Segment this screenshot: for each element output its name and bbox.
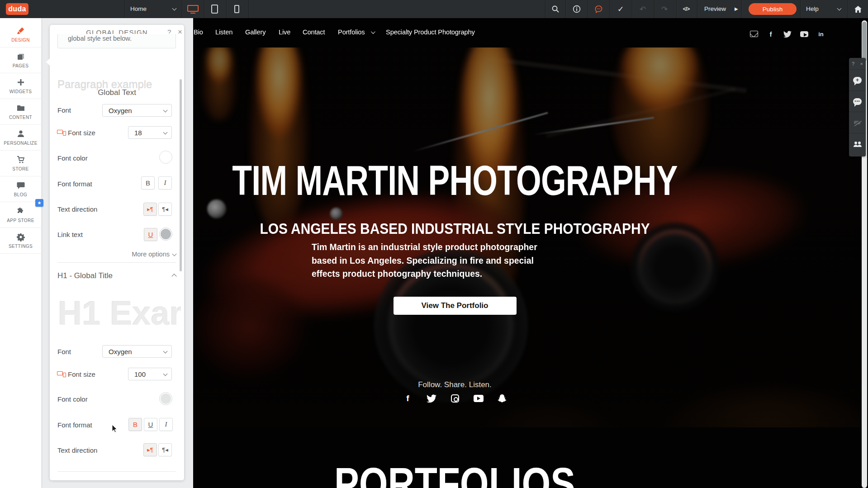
h1-font-size-select[interactable]: 100: [128, 368, 172, 380]
panel-scrollbar[interactable]: [180, 79, 182, 271]
h1-section-heading: H1 - Global Title: [57, 271, 113, 280]
site-nav-portfolios[interactable]: Portfolios: [338, 28, 365, 36]
sidebar-item-settings[interactable]: SETTINGS: [0, 228, 41, 254]
h1-bold-button[interactable]: B: [128, 418, 142, 431]
editor-topbar: duda Home ✓ ↶ ↷ </> Preview ▶: [0, 0, 868, 18]
youtube-icon[interactable]: [474, 393, 484, 403]
paragraph-example-preview: Paragraph example: [57, 78, 152, 91]
site-nav-gallery[interactable]: Gallery: [245, 28, 266, 36]
preview-button[interactable]: Preview: [704, 5, 726, 12]
comments-icon[interactable]: •••: [849, 91, 866, 112]
speech-bubble-icon: [16, 181, 25, 190]
h1-font-label: Font: [57, 348, 71, 355]
facebook-icon[interactable]: f: [767, 30, 775, 38]
h1-italic-button[interactable]: I: [159, 418, 173, 431]
h1-underline-button[interactable]: U: [144, 418, 157, 431]
h1-font-color-swatch[interactable]: [159, 392, 172, 405]
brush-icon: [16, 26, 25, 35]
linkedin-icon[interactable]: in: [817, 30, 825, 38]
italic-button[interactable]: I: [158, 176, 172, 190]
facebook-icon[interactable]: f: [403, 393, 413, 403]
comments-toolbar: ? × + •••: [849, 58, 866, 156]
duda-logo[interactable]: duda: [6, 3, 28, 15]
info-icon[interactable]: [570, 0, 583, 18]
hide-comments-icon[interactable]: [849, 112, 866, 133]
mobile-icon[interactable]: [234, 5, 239, 13]
sidebar-item-content[interactable]: CONTENT: [0, 99, 41, 125]
sidebar-item-blog[interactable]: BLOG: [0, 176, 41, 202]
font-color-label: Font color: [57, 154, 88, 162]
check-icon[interactable]: ✓: [614, 0, 627, 18]
hero-title: TIM MARTIN PHOTOGRAPHY: [137, 156, 773, 205]
star-icon: ★: [35, 199, 43, 207]
tablet-icon[interactable]: [211, 5, 218, 14]
site-nav-bio[interactable]: Bio: [194, 28, 203, 36]
h1-ltr-button[interactable]: ▸¶: [143, 443, 157, 456]
site-nav-live[interactable]: Live: [279, 28, 290, 36]
plus-icon: [16, 78, 25, 87]
rtl-button[interactable]: ¶◂: [158, 203, 172, 216]
ltr-button[interactable]: ▸¶: [143, 203, 157, 216]
sidebar-item-personalize[interactable]: PERSONALIZE: [0, 125, 41, 151]
email-icon[interactable]: [750, 30, 758, 38]
h1-font-size-label: Font size: [68, 370, 95, 378]
portfolios-heading: PORTFOLIOS: [116, 458, 793, 488]
duda-editor-screen: Bio Listen Gallery Live Contact Portfoli…: [0, 0, 868, 488]
chevron-up-icon[interactable]: [171, 274, 176, 279]
h1-font-select[interactable]: Oxygen: [102, 345, 172, 358]
chevron-down-icon: [163, 130, 168, 135]
h1-text-direction-label: Text direction: [57, 446, 97, 454]
site-nav-contact[interactable]: Contact: [303, 28, 325, 36]
chevron-down-icon: [163, 372, 168, 376]
font-select[interactable]: Oxygen: [102, 104, 172, 117]
global-design-panel: GLOBAL DESIGN ? × global style set below…: [50, 25, 184, 480]
twitter-icon[interactable]: [427, 393, 436, 403]
search-icon[interactable]: [549, 0, 562, 18]
font-label: Font: [57, 106, 71, 114]
view-portfolio-button[interactable]: View The Portfolio: [394, 297, 517, 315]
sidebar-item-widgets[interactable]: WIDGETS: [0, 73, 41, 99]
h1-font-format-label: Font format: [57, 421, 92, 429]
site-nav: Bio Listen Gallery Live Contact Portfoli…: [194, 28, 479, 36]
chevron-down-icon[interactable]: [172, 252, 177, 256]
collaborators-icon[interactable]: [849, 133, 866, 155]
toolbar-close-icon[interactable]: ×: [860, 61, 863, 66]
home-icon[interactable]: [851, 0, 865, 18]
publish-button[interactable]: Publish: [749, 3, 797, 15]
sidebar-item-design[interactable]: DESIGN: [0, 22, 41, 47]
close-icon[interactable]: ×: [178, 28, 182, 37]
responsive-devices-icon: [57, 129, 66, 136]
chevron-down-icon: [163, 108, 168, 113]
site-nav-listen[interactable]: Listen: [215, 28, 232, 36]
sidebar-item-pages[interactable]: PAGES: [0, 47, 41, 73]
undo-icon[interactable]: ↶: [636, 0, 650, 18]
bold-button[interactable]: B: [141, 176, 155, 190]
redo-icon[interactable]: ↷: [658, 0, 671, 18]
chevron-down-icon[interactable]: [837, 6, 842, 11]
sidebar-item-store[interactable]: STORE: [0, 151, 41, 176]
youtube-icon[interactable]: [800, 30, 808, 38]
link-color-swatch[interactable]: [159, 227, 172, 241]
sidebar-item-app-store[interactable]: APP STORE ★: [0, 202, 41, 228]
font-color-swatch[interactable]: [159, 151, 172, 164]
chevron-down-icon: [371, 29, 375, 34]
help-menu[interactable]: Help: [806, 5, 819, 12]
add-comment-icon[interactable]: +: [849, 70, 866, 91]
feedback-chat-icon[interactable]: [592, 0, 605, 18]
scrollbar-thumb[interactable]: [862, 22, 867, 62]
toolbar-help-icon[interactable]: ?: [852, 61, 854, 66]
page-selector[interactable]: Home: [130, 5, 147, 12]
chevron-down-icon[interactable]: [172, 6, 177, 11]
folder-icon: [16, 104, 25, 113]
more-options-link[interactable]: More options: [132, 251, 170, 258]
twitter-icon[interactable]: [783, 30, 792, 38]
h1-rtl-button[interactable]: ¶◂: [158, 443, 172, 456]
instagram-icon[interactable]: [450, 393, 460, 403]
link-underline-button[interactable]: U: [144, 228, 157, 241]
dev-mode-icon[interactable]: </>: [679, 0, 693, 18]
desktop-icon[interactable]: [187, 5, 199, 12]
responsive-devices-icon: [57, 371, 66, 377]
snapchat-icon[interactable]: [497, 393, 507, 403]
site-nav-specialty[interactable]: Specialty Product Photography: [386, 28, 475, 36]
font-size-select[interactable]: 18: [128, 126, 172, 139]
